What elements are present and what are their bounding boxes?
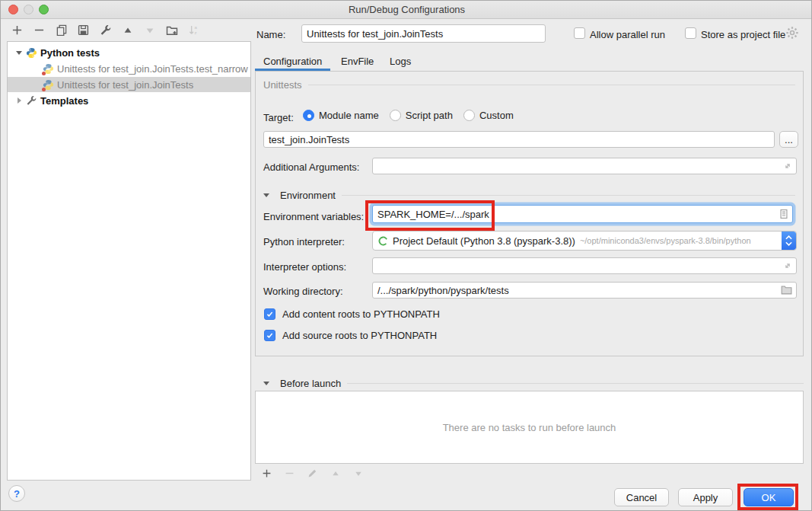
section-collapse-icon[interactable] bbox=[263, 382, 269, 385]
env-vars-editor-icon[interactable] bbox=[779, 209, 789, 222]
radio-module-name[interactable]: Module name bbox=[303, 110, 379, 121]
expand-arrow-icon[interactable] bbox=[14, 51, 24, 55]
configurations-toolbar: az bbox=[11, 24, 200, 37]
tab-logs[interactable]: Logs bbox=[390, 56, 411, 67]
before-launch-task-list: There are no tasks to run before launch bbox=[255, 391, 804, 464]
target-label: Target: bbox=[263, 112, 294, 123]
python-test-icon bbox=[43, 63, 54, 75]
python-icon bbox=[26, 47, 37, 59]
radio-label: Custom bbox=[479, 110, 514, 121]
interpreter-options-label: Interpreter options: bbox=[263, 261, 346, 273]
radio-selected-icon[interactable] bbox=[303, 110, 314, 121]
expand-field-icon[interactable] bbox=[782, 260, 793, 273]
interpreter-options-input[interactable] bbox=[372, 257, 797, 274]
environment-variables-input[interactable] bbox=[372, 205, 793, 223]
radio-icon[interactable] bbox=[463, 110, 475, 121]
tree-item-templates[interactable]: Templates bbox=[8, 93, 250, 108]
working-directory-input[interactable] bbox=[372, 282, 797, 299]
move-up-icon[interactable] bbox=[121, 24, 134, 37]
environment-section-header[interactable]: Environment bbox=[263, 190, 795, 201]
add-configuration-icon[interactable] bbox=[11, 24, 24, 37]
collapse-arrow-icon[interactable] bbox=[14, 97, 24, 104]
sort-configurations-icon: az bbox=[187, 24, 200, 37]
interpreter-env-icon bbox=[377, 235, 389, 247]
configurations-tree: Python tests Unittests for test_join.Joi… bbox=[7, 41, 251, 481]
python-test-icon bbox=[43, 79, 54, 91]
additional-arguments-input[interactable] bbox=[372, 158, 797, 174]
add-content-roots-label: Add content roots to PYTHONPATH bbox=[282, 308, 440, 320]
tree-item-label: Python tests bbox=[40, 47, 100, 59]
tree-item-unittest-narrow[interactable]: Unittests for test_join.JoinTests.test_n… bbox=[8, 61, 250, 76]
tab-configuration[interactable]: Configuration bbox=[263, 56, 322, 67]
tree-item-label: Unittests for test_join.JoinTests bbox=[57, 79, 193, 91]
help-button[interactable]: ? bbox=[8, 485, 25, 502]
browse-module-button[interactable]: ... bbox=[779, 131, 798, 148]
before-launch-title: Before launch bbox=[280, 378, 341, 389]
target-radio-group: Module name Script path Custom bbox=[303, 110, 524, 121]
add-content-roots-checkbox[interactable] bbox=[264, 308, 275, 320]
tree-item-unittest-jointests[interactable]: Unittests for test_join.JoinTests bbox=[8, 77, 250, 92]
python-interpreter-select[interactable]: Project Default (Python 3.8 (pyspark-3.8… bbox=[372, 231, 797, 251]
tree-item-label: Unittests for test_join.JoinTests.test_n… bbox=[57, 63, 248, 75]
save-configuration-icon[interactable] bbox=[77, 24, 90, 37]
wrench-icon bbox=[26, 95, 37, 107]
select-stepper-icon[interactable] bbox=[782, 232, 796, 250]
unittests-group-title: Unittests bbox=[263, 79, 302, 91]
before-launch-toolbar bbox=[260, 467, 365, 480]
environment-variables-label: Environment variables: bbox=[263, 211, 364, 222]
remove-task-icon bbox=[283, 467, 296, 480]
store-options-gear-icon[interactable] bbox=[785, 26, 799, 42]
configuration-panel: Unittests Target: Module name Script pat… bbox=[255, 71, 804, 356]
move-task-down-icon bbox=[352, 467, 365, 480]
name-input[interactable] bbox=[301, 24, 546, 43]
python-interpreter-label: Python interpreter: bbox=[263, 236, 345, 248]
unittests-group-header: Unittests bbox=[263, 79, 795, 91]
apply-button[interactable]: Apply bbox=[678, 488, 733, 506]
edit-templates-icon[interactable] bbox=[99, 24, 112, 37]
svg-text:a: a bbox=[194, 24, 197, 30]
store-as-project-file-label: Store as project file bbox=[701, 29, 785, 40]
environment-section-title: Environment bbox=[280, 190, 336, 201]
expand-field-icon[interactable] bbox=[782, 161, 793, 174]
move-down-icon bbox=[143, 24, 156, 37]
title-bar[interactable]: Run/Debug Configurations bbox=[1, 1, 812, 19]
new-folder-icon[interactable] bbox=[165, 24, 178, 37]
name-label: Name: bbox=[256, 29, 285, 40]
radio-label: Module name bbox=[319, 110, 379, 121]
section-collapse-icon[interactable] bbox=[263, 193, 269, 197]
allow-parallel-run-label: Allow parallel run bbox=[590, 29, 665, 40]
run-debug-configurations-dialog: Run/Debug Configurations az Pyth bbox=[0, 0, 812, 511]
interpreter-path: ~/opt/miniconda3/envs/pyspark-3.8/bin/py… bbox=[580, 236, 751, 245]
radio-label: Script path bbox=[406, 110, 453, 121]
before-launch-empty-message: There are no tasks to run before launch bbox=[443, 422, 616, 433]
move-task-up-icon bbox=[329, 467, 342, 480]
working-directory-label: Working directory: bbox=[263, 286, 343, 297]
store-as-project-file-checkbox[interactable] bbox=[685, 27, 696, 39]
folder-browse-icon[interactable] bbox=[781, 285, 792, 297]
tree-item-python-tests[interactable]: Python tests bbox=[8, 45, 250, 60]
copy-configuration-icon[interactable] bbox=[55, 24, 68, 37]
interpreter-value: Project Default (Python 3.8 (pyspark-3.8… bbox=[393, 235, 575, 247]
cancel-button[interactable]: Cancel bbox=[614, 488, 669, 506]
close-window-button[interactable] bbox=[8, 5, 18, 14]
radio-icon[interactable] bbox=[390, 110, 401, 121]
add-task-icon[interactable] bbox=[260, 467, 273, 480]
zoom-window-button[interactable] bbox=[39, 5, 49, 14]
module-name-input[interactable] bbox=[263, 131, 775, 148]
allow-parallel-run-checkbox[interactable] bbox=[574, 27, 585, 39]
remove-configuration-icon[interactable] bbox=[33, 24, 46, 37]
add-source-roots-row[interactable]: Add source roots to PYTHONPATH bbox=[264, 330, 437, 341]
before-launch-section-header[interactable]: Before launch bbox=[263, 378, 804, 389]
ok-button[interactable]: OK bbox=[744, 488, 794, 506]
add-source-roots-label: Add source roots to PYTHONPATH bbox=[282, 330, 437, 341]
radio-custom[interactable]: Custom bbox=[463, 110, 514, 121]
add-source-roots-checkbox[interactable] bbox=[264, 330, 275, 341]
tree-item-label: Templates bbox=[40, 95, 88, 107]
svg-text:z: z bbox=[194, 30, 196, 35]
minimize-window-button bbox=[24, 5, 33, 14]
additional-arguments-label: Additional Arguments: bbox=[263, 161, 359, 173]
edit-task-icon bbox=[306, 467, 319, 480]
add-content-roots-row[interactable]: Add content roots to PYTHONPATH bbox=[264, 308, 440, 320]
radio-script-path[interactable]: Script path bbox=[390, 110, 453, 121]
tab-envfile[interactable]: EnvFile bbox=[341, 56, 374, 67]
